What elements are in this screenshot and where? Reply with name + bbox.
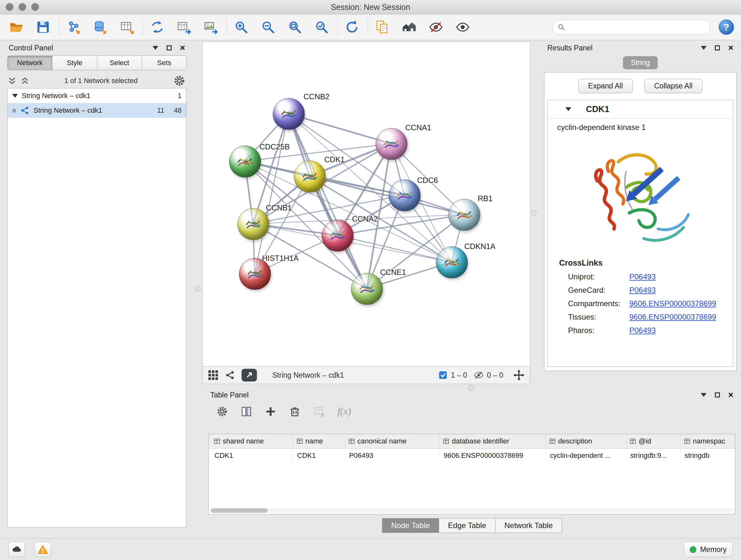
table-cell-canonical-name[interactable]: P06493 [345, 449, 440, 462]
float-panel-icon[interactable] [715, 45, 720, 51]
crosslink-link[interactable]: 9606.ENSP00000378699 [629, 299, 719, 308]
close-window-button[interactable] [6, 3, 13, 11]
cloud-button[interactable] [8, 542, 25, 557]
close-panel-icon[interactable]: × [180, 44, 185, 52]
network-icon[interactable] [225, 370, 235, 380]
tab-network-table[interactable]: Network Table [495, 518, 562, 533]
column-header-id[interactable]: @id [626, 434, 681, 448]
save-session-icon[interactable] [34, 18, 52, 37]
expand-all-button[interactable]: Expand All [578, 79, 633, 93]
warnings-button[interactable] [35, 542, 51, 557]
tab-select[interactable]: Select [97, 56, 142, 70]
panel-menu-icon[interactable] [701, 46, 706, 50]
hide-graphics-details-icon[interactable] [427, 18, 445, 37]
import-table-file-icon[interactable] [118, 18, 136, 37]
table-row[interactable]: CDK1CDK1P064939606.ENSP00000378699cyclin… [209, 449, 735, 462]
export-table-icon[interactable] [175, 18, 193, 37]
float-panel-icon[interactable] [166, 45, 172, 51]
table-cell-id[interactable]: stringdb:9... [626, 449, 681, 462]
tab-node-table[interactable]: Node Table [382, 518, 439, 533]
disclosure-triangle-icon[interactable] [12, 94, 18, 98]
zoom-fit-content-icon[interactable] [286, 18, 304, 37]
hidden-eye-icon[interactable] [474, 370, 484, 380]
panel-menu-icon[interactable] [152, 46, 158, 50]
network-edge[interactable] [255, 114, 288, 273]
crosslink-link[interactable]: 9606.ENSP00000378699 [629, 313, 719, 321]
close-panel-icon[interactable]: × [728, 390, 733, 399]
gene-section-header[interactable]: CDK1 [548, 100, 733, 118]
zoom-selected-icon[interactable] [313, 18, 331, 37]
search-input[interactable] [568, 23, 705, 32]
zoom-window-button[interactable] [31, 3, 39, 11]
column-header-database-identifier[interactable]: database identifier [440, 434, 546, 448]
tab-edge-table[interactable]: Edge Table [439, 518, 495, 533]
network-node-ccna2[interactable] [322, 220, 354, 252]
network-node-cdc25b[interactable] [229, 145, 261, 178]
splitter-handle[interactable] [531, 210, 537, 216]
network-canvas[interactable]: CCNB2CCNA1CDC25BCDK1CDC6RB1CCNB1CCNA2CDK… [203, 42, 530, 366]
import-network-database-icon[interactable] [91, 18, 110, 37]
network-node-ccnb2[interactable] [273, 98, 305, 130]
chevron-double-down-icon[interactable] [8, 77, 16, 85]
import-network-file-icon[interactable] [64, 18, 83, 37]
column-header-shared-name[interactable]: shared name [211, 434, 293, 448]
network-node-hist1h1a[interactable] [239, 258, 271, 290]
network-edge[interactable] [337, 235, 452, 262]
show-graphics-details-icon[interactable] [454, 18, 472, 37]
open-documentation-icon[interactable] [373, 18, 392, 37]
column-header-description[interactable]: description [546, 434, 626, 448]
column-header-canonical-name[interactable]: canonical name [345, 434, 440, 448]
open-in-new-window-button[interactable] [242, 369, 257, 381]
splitter-handle[interactable] [195, 286, 201, 292]
network-node-cdc6[interactable] [389, 179, 421, 211]
network-collection-row[interactable]: String Network – cdk1 1 [8, 88, 186, 103]
crosslink-link[interactable]: P06493 [629, 272, 659, 281]
memory-button[interactable]: Memory [684, 542, 733, 557]
chevron-double-up-icon[interactable] [21, 77, 29, 85]
zoom-out-icon[interactable] [259, 18, 277, 37]
panel-menu-icon[interactable] [701, 393, 706, 397]
table-cell-namespac[interactable]: stringdb [681, 449, 735, 462]
collapse-all-button[interactable]: Collapse All [644, 79, 702, 93]
table-cell-name[interactable]: CDK1 [293, 449, 345, 462]
column-header-namespac[interactable]: namespac [681, 434, 735, 448]
minimize-window-button[interactable] [18, 3, 26, 11]
home-icon[interactable] [400, 18, 418, 37]
network-edge[interactable] [288, 114, 367, 289]
crosslink-link[interactable]: P06493 [629, 286, 659, 295]
help-icon[interactable]: ? [719, 19, 734, 35]
network-node-cdk1[interactable] [294, 161, 326, 192]
network-node-ccna1[interactable] [376, 128, 408, 160]
tab-string[interactable]: String [623, 56, 657, 69]
add-column-icon[interactable] [265, 406, 277, 418]
table-cell-description[interactable]: cyclin-dependent ... [546, 449, 626, 462]
network-node-cdkn1a[interactable] [436, 246, 468, 278]
network-node-ccnb1[interactable] [238, 208, 269, 240]
crosslink-link[interactable]: P06493 [629, 326, 659, 335]
tab-network[interactable]: Network [7, 56, 52, 70]
selected-checkbox-icon[interactable] [438, 370, 448, 380]
pan-crosshair-icon[interactable] [513, 369, 525, 381]
open-session-icon[interactable] [7, 18, 25, 37]
refresh-view-icon[interactable] [343, 18, 361, 37]
horizontal-scrollbar[interactable] [210, 508, 734, 513]
select-columns-icon[interactable] [240, 406, 253, 418]
network-row[interactable]: String Network – cdk1 11 48 [8, 103, 186, 118]
birds-eye-view-icon[interactable] [208, 370, 219, 381]
network-node-rb1[interactable] [448, 199, 480, 231]
tab-sets[interactable]: Sets [142, 56, 187, 70]
table-cell-shared-name[interactable]: CDK1 [211, 449, 293, 462]
table-cell-database-identifier[interactable]: 9606.ENSP00000378699 [440, 449, 546, 462]
disclosure-triangle-icon[interactable] [565, 107, 571, 111]
close-panel-icon[interactable]: × [728, 44, 733, 52]
zoom-in-icon[interactable] [232, 18, 251, 37]
scrollbar-thumb[interactable] [211, 508, 268, 513]
delete-column-icon[interactable] [289, 406, 301, 418]
tab-style[interactable]: Style [52, 56, 97, 70]
network-node-ccne1[interactable] [351, 273, 383, 305]
export-network-icon[interactable] [148, 18, 166, 37]
column-header-name[interactable]: name [293, 434, 345, 448]
float-panel-icon[interactable] [715, 392, 720, 397]
gear-icon[interactable] [173, 74, 186, 87]
export-image-icon[interactable] [202, 18, 220, 37]
